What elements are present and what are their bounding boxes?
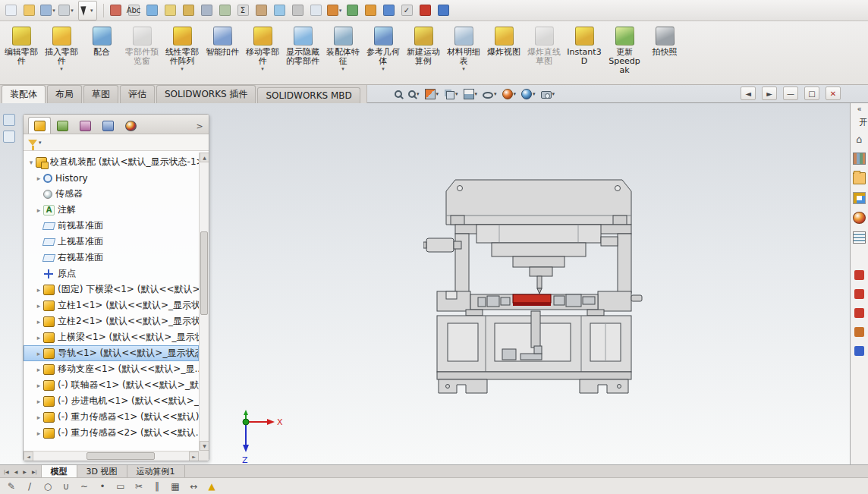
minimize-button[interactable]: — xyxy=(783,87,798,100)
close-button[interactable]: ✕ xyxy=(826,87,841,100)
rebuild-icon[interactable] xyxy=(344,2,361,19)
smart-fasteners-button[interactable]: 智能扣件 xyxy=(203,23,242,83)
assembly-features-button[interactable]: 装配体特征 ▾ xyxy=(323,23,363,83)
scroll-down-arrow[interactable]: ▼ xyxy=(200,441,209,451)
edit-component-button[interactable]: 编辑零部件 xyxy=(2,23,41,83)
component-item-5[interactable]: ▸ 导轨<1> (默认<<默认>_显示状态 xyxy=(24,345,199,361)
history-item[interactable]: ▸ History xyxy=(24,170,199,186)
restore-button[interactable]: □ xyxy=(804,87,819,100)
copy-icon[interactable] xyxy=(308,2,325,19)
addin-tab-icon-3[interactable] xyxy=(854,308,864,318)
file-explorer-icon[interactable] xyxy=(853,172,866,184)
prev-tab-button[interactable]: ◀ xyxy=(12,467,20,476)
hide-show-items-button[interactable]: ▾ xyxy=(481,90,498,99)
component-item-2[interactable]: ▸ 立柱1<1> (默认<<默认>_显示状... xyxy=(24,297,199,313)
scroll-right-arrow[interactable]: ► xyxy=(189,452,199,461)
front-plane-item[interactable]: 前视基准面 xyxy=(24,218,199,234)
next-pane-button[interactable]: ► xyxy=(762,87,777,100)
expand-arrow-icon[interactable]: ▸ xyxy=(34,302,43,310)
new-document-icon[interactable] xyxy=(3,2,20,19)
undo-icon[interactable] xyxy=(108,2,124,19)
warning-icon[interactable]: ▲ xyxy=(203,480,220,493)
component-item-7[interactable]: ▸ (-) 联轴器<1> (默认<<默认>_默... xyxy=(24,377,199,393)
tab-sketch[interactable]: 草图 xyxy=(83,85,118,103)
expand-arrow-icon[interactable]: ▸ xyxy=(34,414,43,421)
apply-scene-button[interactable]: ▾ xyxy=(520,88,537,100)
measure-icon[interactable] xyxy=(181,2,197,19)
propertymanager-tab[interactable] xyxy=(51,117,74,134)
section-properties-icon[interactable] xyxy=(217,2,234,19)
scroll-left-arrow[interactable]: ◄ xyxy=(24,452,33,461)
appearances-scenes-icon[interactable] xyxy=(853,212,866,224)
zoom-area-button[interactable]: ▾ xyxy=(407,90,421,99)
addin-tab-icon-1[interactable] xyxy=(854,270,864,280)
sketch-trim-icon[interactable]: ✂ xyxy=(131,480,147,493)
first-tab-button[interactable]: |◀ xyxy=(2,467,11,476)
web-help-icon[interactable] xyxy=(436,2,452,19)
open-folder-icon[interactable] xyxy=(21,2,38,19)
component-item-9[interactable]: ▸ (-) 重力传感器<1> (默认<<默认)... xyxy=(24,409,199,425)
mass-properties-icon[interactable] xyxy=(199,2,215,19)
hyperlink-icon[interactable] xyxy=(144,2,161,19)
design-library-icon[interactable] xyxy=(853,153,866,165)
right-plane-item[interactable]: 右视基准面 xyxy=(24,250,199,266)
component-preview-button[interactable]: 零部件预览窗 xyxy=(122,23,162,83)
sketch-grid-icon[interactable]: ▦ xyxy=(167,480,184,493)
next-tab-button[interactable]: ▶ xyxy=(20,467,29,476)
explode-line-sketch-button[interactable]: 爆炸直线草图 xyxy=(524,23,564,83)
model-tab[interactable]: 模型 xyxy=(42,465,77,477)
machine-assembly-drawing[interactable] xyxy=(423,171,643,399)
expand-arrow-icon[interactable]: ▸ xyxy=(34,206,43,214)
take-snapshot-button[interactable]: 拍快照 xyxy=(645,23,684,83)
dimxpertmanager-tab[interactable] xyxy=(96,117,119,134)
render-icon[interactable] xyxy=(381,2,398,19)
insert-component-button[interactable]: 插入零部件 ▾ xyxy=(42,23,81,83)
scroll-up-arrow[interactable]: ▲ xyxy=(200,153,209,162)
sketch-spline-icon[interactable]: ~ xyxy=(76,480,93,493)
expand-arrow-icon[interactable]: ▸ xyxy=(34,318,43,326)
edit-appearance-icon[interactable]: ▾ xyxy=(326,2,343,19)
motion-study-tab[interactable]: 运动算例1 xyxy=(127,465,185,477)
tab-layout[interactable]: 布局 xyxy=(47,85,82,103)
sketch-pencil-icon[interactable]: ✎ xyxy=(3,480,20,493)
edit-appearance-button[interactable]: ▾ xyxy=(501,88,518,100)
reference-geometry-button[interactable]: 参考几何体 ▾ xyxy=(363,23,403,83)
scroll-thumb[interactable] xyxy=(200,231,208,315)
new-motion-study-button[interactable]: 新建运动算例 xyxy=(404,23,443,83)
section-view-button[interactable]: ▾ xyxy=(423,88,441,100)
instant3d-button[interactable]: Instant3D xyxy=(565,23,604,83)
tree-vertical-scrollbar[interactable]: ▲ ▼ xyxy=(199,153,209,451)
check-icon[interactable]: ✓ xyxy=(399,2,416,19)
component-item-6[interactable]: ▸ 移动支座<1> (默认<<默认>_显... xyxy=(24,361,199,377)
scroll-thumb[interactable] xyxy=(86,452,155,460)
sketch-mirror-icon[interactable]: ‖ xyxy=(149,480,165,493)
display-style-button[interactable]: ▾ xyxy=(462,88,480,100)
toolbox-icon[interactable] xyxy=(363,2,379,19)
bom-button[interactable]: 材料明细表 ▾ xyxy=(444,23,483,83)
filter-funnel-icon[interactable] xyxy=(28,140,37,146)
linear-pattern-button[interactable]: 线性零部件阵列 ▾ xyxy=(162,23,202,83)
component-item-3[interactable]: ▸ 立柱2<1> (默认<<默认>_显示状... xyxy=(24,313,199,329)
print-icon[interactable]: ▾ xyxy=(58,2,74,19)
tab-solidworks-mbd[interactable]: SOLIDWORKS MBD xyxy=(257,87,360,103)
spellcheck-icon[interactable]: Abc xyxy=(126,2,143,19)
tab-evaluate[interactable]: 评估 xyxy=(120,85,155,103)
panel-expand-chevron[interactable]: > xyxy=(193,118,206,134)
component-item-4[interactable]: ▸ 上横梁<1> (默认<<默认>_显示状 xyxy=(24,329,199,345)
panel-pin-icon[interactable] xyxy=(3,131,15,143)
sketch-arc-icon[interactable]: ∪ xyxy=(58,480,74,493)
sketch-point-icon[interactable]: • xyxy=(94,480,111,493)
component-item-1[interactable]: ▸ (固定) 下横梁<1> (默认<<默认>_... xyxy=(24,282,199,297)
expand-arrow-icon[interactable]: ▸ xyxy=(34,382,43,389)
sketch-dimension-icon[interactable]: ↔ xyxy=(185,480,202,493)
collapse-taskpane-button[interactable]: « xyxy=(857,105,861,117)
view-orientation-button[interactable]: ▾ xyxy=(442,88,460,100)
expand-arrow-icon[interactable]: ▸ xyxy=(34,175,43,182)
solidworks-resources-icon[interactable]: ⌂ xyxy=(853,133,866,145)
assembly-root-item[interactable]: ▾ 校直机装配 (默认<默认_显示状态-1>) xyxy=(24,154,199,170)
select-tool-button[interactable]: ▾ xyxy=(78,1,97,20)
note-icon[interactable] xyxy=(162,2,179,19)
displaymanager-tab[interactable] xyxy=(119,117,142,134)
top-plane-item[interactable]: 上视基准面 xyxy=(24,234,199,250)
annotations-item[interactable]: ▸ A 注解 xyxy=(24,202,199,218)
